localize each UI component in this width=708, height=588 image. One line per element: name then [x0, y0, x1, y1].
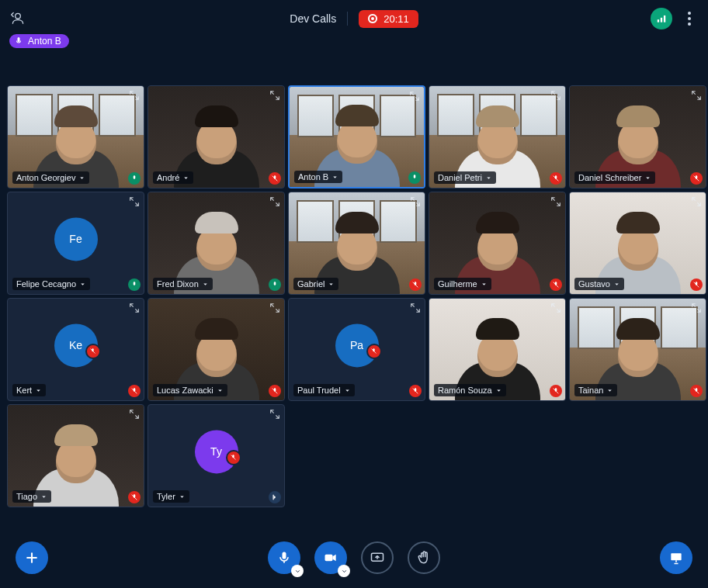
name-chip[interactable]: Guilherme — [434, 278, 491, 290]
video-tile[interactable]: Gustavo — [569, 192, 706, 295]
video-tile[interactable]: FeFelipe Cecagno — [7, 192, 144, 295]
connection-status[interactable] — [651, 8, 672, 29]
camera-button[interactable] — [314, 541, 347, 574]
expand-icon[interactable] — [269, 195, 281, 208]
participant-name: Ramón Souza — [438, 385, 492, 396]
chevron-down-icon[interactable] — [338, 565, 350, 577]
expand-icon[interactable] — [550, 195, 562, 208]
raise-hand-button[interactable] — [408, 541, 440, 574]
expand-icon[interactable] — [409, 195, 422, 208]
participant-name: Gustavo — [578, 278, 610, 289]
expand-icon[interactable] — [408, 90, 421, 102]
participant-name: Daniel Petri — [438, 172, 482, 183]
video-tile[interactable]: Lucas Zawacki — [148, 298, 285, 401]
video-tile[interactable]: Ramón Souza — [429, 298, 566, 401]
expand-icon[interactable] — [128, 195, 141, 208]
participant-name: Tyler — [157, 491, 175, 502]
mic-muted-icon — [85, 344, 101, 359]
video-tile[interactable]: Anton Georgiev — [7, 85, 144, 189]
recording-time: 20:11 — [384, 13, 409, 25]
name-chip[interactable]: Gabriel — [293, 278, 338, 290]
presentation-icon — [668, 550, 684, 566]
expand-icon[interactable] — [128, 302, 141, 314]
chevron-down-icon[interactable] — [291, 565, 304, 577]
name-chip[interactable]: Tainan — [574, 384, 617, 396]
video-tile[interactable]: Daniel Petri — [429, 85, 566, 189]
mic-on-icon — [269, 278, 281, 291]
speaking-name: Anton B — [28, 36, 61, 47]
name-chip[interactable]: Daniel Petri — [434, 171, 496, 184]
name-chip[interactable]: Tiago — [12, 490, 51, 503]
participant-name: Gabriel — [297, 278, 324, 289]
plus-icon — [24, 550, 40, 566]
divider — [347, 12, 348, 26]
video-tile[interactable]: Fred Dixon — [148, 192, 285, 295]
mic-on-icon — [128, 172, 141, 185]
mute-button[interactable] — [268, 541, 300, 574]
name-chip[interactable]: Lucas Zawacki — [153, 384, 227, 396]
name-chip[interactable]: Gustavo — [574, 278, 624, 290]
name-chip[interactable]: Anton Georgiev — [12, 171, 89, 184]
presentation-button[interactable] — [660, 541, 692, 574]
video-grid: Anton GeorgievAndréAnton BDaniel PetriDa… — [7, 85, 701, 507]
mic-muted-icon — [269, 385, 281, 397]
name-chip[interactable]: Anton B — [294, 171, 342, 183]
expand-icon[interactable] — [269, 302, 281, 314]
svg-rect-2 — [661, 18, 662, 22]
svg-rect-3 — [664, 16, 665, 22]
expand-icon[interactable] — [269, 408, 281, 420]
record-icon — [368, 14, 377, 23]
mic-muted-icon — [550, 385, 562, 397]
mic-muted-icon — [269, 172, 281, 185]
name-chip[interactable]: Kert — [12, 384, 46, 396]
hand-icon — [416, 550, 432, 566]
video-tile[interactable]: PaPaul Trudel — [288, 298, 425, 401]
expand-icon[interactable] — [409, 302, 422, 314]
participant-name: Daniel Schreiber — [578, 172, 641, 183]
video-tile[interactable]: KeKert — [7, 298, 144, 401]
room-title: Dev Calls — [290, 12, 336, 25]
expand-icon[interactable] — [128, 408, 141, 420]
mic-muted-icon — [690, 385, 703, 397]
name-chip[interactable]: Fred Dixon — [153, 278, 213, 290]
name-chip[interactable]: Tyler — [153, 490, 189, 503]
actions-button[interactable] — [16, 541, 48, 574]
expand-icon[interactable] — [690, 89, 703, 102]
svg-rect-4 — [325, 555, 333, 561]
mic-muted-icon — [128, 385, 141, 397]
video-tile[interactable]: Anton B — [288, 85, 425, 189]
name-chip[interactable]: Daniel Schreiber — [574, 171, 655, 184]
mic-muted-icon — [550, 172, 562, 185]
mic-muted-icon — [409, 278, 422, 291]
expand-icon[interactable] — [269, 89, 281, 102]
name-chip[interactable]: Paul Trudel — [293, 384, 355, 396]
expand-icon[interactable] — [550, 89, 562, 102]
video-tile[interactable]: Tiago — [7, 404, 144, 507]
top-bar: Dev Calls 20:11 — [0, 0, 708, 37]
expand-icon[interactable] — [690, 302, 703, 314]
video-tile[interactable]: Gabriel — [288, 192, 425, 295]
avatar: Fe — [54, 217, 98, 261]
participant-name: Tiago — [16, 491, 37, 502]
expand-icon[interactable] — [128, 89, 141, 102]
name-chip[interactable]: Ramón Souza — [434, 384, 506, 396]
video-tile[interactable]: TyTyler — [148, 404, 285, 507]
video-tile[interactable]: André — [148, 85, 285, 189]
mic-icon — [276, 550, 292, 566]
name-chip[interactable]: André — [153, 171, 193, 184]
expand-icon[interactable] — [550, 302, 562, 314]
recording-chip[interactable]: 20:11 — [359, 10, 418, 28]
video-tile[interactable]: Tainan — [569, 298, 706, 401]
expand-icon[interactable] — [690, 195, 703, 208]
video-tile[interactable]: Guilherme — [429, 192, 566, 295]
users-icon[interactable] — [9, 10, 26, 27]
signal-icon — [656, 13, 667, 24]
participant-name: Lucas Zawacki — [157, 385, 213, 396]
share-screen-button[interactable] — [361, 541, 394, 574]
options-menu[interactable] — [680, 12, 699, 26]
listen-only-icon — [269, 491, 281, 503]
participant-name: Paul Trudel — [297, 385, 341, 396]
name-chip[interactable]: Felipe Cecagno — [12, 278, 90, 290]
video-tile[interactable]: Daniel Schreiber — [569, 85, 706, 189]
mic-on-icon — [408, 171, 421, 184]
